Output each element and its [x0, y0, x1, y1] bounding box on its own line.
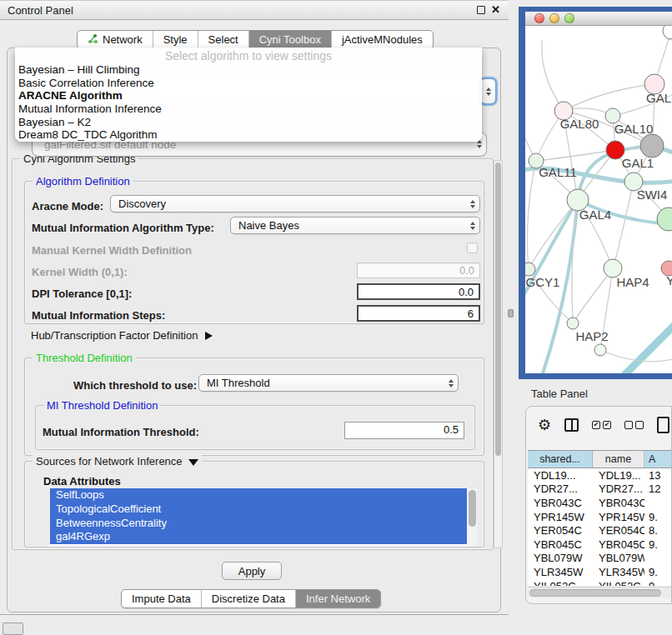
mi-steps-field[interactable]: 6 — [357, 305, 480, 322]
table-row[interactable]: YDL19...YDL19...13 — [528, 468, 672, 482]
column-header-clipped[interactable]: A — [644, 451, 672, 468]
network-node-label: GCY1 — [526, 275, 560, 289]
tab-label: jActiveMNodules — [342, 33, 423, 46]
table-row[interactable]: YBL079WYBL079W — [528, 552, 672, 566]
data-attribute-item[interactable]: TopologicalCoefficient — [50, 502, 467, 517]
split-columns-icon[interactable] — [564, 418, 579, 432]
table-cell: 9. — [644, 566, 672, 578]
table-row[interactable]: YBR043CYBR043C — [528, 496, 672, 510]
network-node-label: GAL10 — [614, 122, 654, 136]
close-traffic-light-icon[interactable] — [534, 13, 544, 23]
aracne-mode-combo[interactable]: Discovery — [110, 195, 480, 212]
table-cell: 13 — [644, 469, 672, 482]
table-cell: YDL19... — [528, 469, 593, 482]
tab-infer-network[interactable]: Infer Network — [295, 590, 380, 608]
table-scrollbar-thumb[interactable] — [529, 589, 661, 597]
column-header-name[interactable]: name — [593, 451, 644, 468]
tab-label: Style — [163, 33, 188, 46]
collapse-down-icon[interactable] — [188, 459, 198, 466]
table-cell: YLR345W — [593, 566, 644, 578]
table-row[interactable]: YPR145WYPR145W9. — [528, 510, 672, 524]
data-attributes-list: SelfLoopsTopologicalCoefficientBetweenne… — [50, 488, 477, 547]
algorithm-option[interactable]: Dream8 DC_TDC Algorithm — [15, 128, 482, 142]
zoom-traffic-light-icon[interactable] — [564, 13, 574, 23]
float-window-icon[interactable] — [477, 6, 485, 14]
algorithm-option[interactable]: Mutual Information Inference — [15, 102, 482, 116]
table-row[interactable]: YLR345WYLR345W9. — [528, 565, 672, 579]
expand-right-icon — [205, 332, 213, 340]
mi-algorithm-type-combo[interactable]: Naive Bayes — [230, 217, 480, 234]
table-horizontal-scrollbar[interactable] — [528, 587, 671, 598]
tab-cyni-toolbox[interactable]: Cyni Toolbox — [248, 31, 331, 48]
mi-threshold-field[interactable]: 0.5 — [344, 422, 464, 439]
network-node[interactable] — [640, 134, 664, 158]
which-threshold-combo[interactable]: MI Threshold — [198, 374, 459, 392]
algorithm-option[interactable]: Bayesian – K2 — [15, 116, 482, 129]
threshold-definition-title: Threshold Definition — [33, 352, 136, 364]
attributes-scrollbar[interactable] — [467, 488, 477, 547]
network-canvas[interactable]: GALGAL80GAL10GAL1GAL11SWI4GAL4GCY1HAP4YH… — [525, 26, 672, 373]
apply-button[interactable]: Apply — [222, 562, 282, 580]
table-cell: 9. — [644, 538, 672, 551]
kernel-width-field[interactable]: 0.0 — [357, 262, 480, 278]
algorithm-option[interactable]: Bayesian – Hill Climbing — [15, 63, 482, 77]
table-row[interactable]: YIL052CYIL052C9. — [528, 579, 672, 586]
tab-network[interactable]: Network — [78, 31, 153, 48]
mi-threshold-label: Mutual Information Threshold: — [43, 426, 199, 438]
select-all-checkboxes-icon[interactable]: ✔✔ — [592, 421, 611, 429]
network-view-window: GALGAL80GAL10GAL1GAL11SWI4GAL4GCY1HAP4YH… — [519, 7, 672, 379]
tab-select[interactable]: Select — [198, 31, 248, 48]
column-header-shared-name[interactable]: shared... — [528, 451, 593, 468]
table-header-row: shared... name A — [528, 450, 672, 468]
network-node[interactable] — [594, 344, 606, 356]
data-attribute-item[interactable]: BetweennessCentrality — [50, 517, 467, 531]
table-cell: 9. — [644, 580, 672, 586]
tab-jactivemnodules[interactable]: jActiveMNodules — [331, 31, 433, 48]
network-window-titlebar[interactable] — [525, 12, 672, 26]
settings-gear-icon[interactable]: ⚙ — [538, 418, 551, 432]
document-icon[interactable] — [657, 417, 669, 433]
tab-label: Discretize Data — [212, 592, 285, 605]
network-node[interactable] — [663, 26, 672, 39]
tab-impute-data[interactable]: Impute Data — [122, 590, 201, 608]
combo-stepper-icon[interactable] — [444, 375, 458, 391]
network-node-label: HAP2 — [575, 329, 608, 343]
close-icon[interactable]: ✕ — [491, 6, 500, 14]
panel-splitter-grip[interactable] — [508, 309, 514, 318]
dpi-tolerance-field[interactable]: 0.0 — [357, 283, 480, 300]
mi-threshold-definition-group: MI Threshold Definition Mutual Informati… — [35, 405, 475, 450]
data-attribute-item[interactable]: SelfLoops — [50, 488, 467, 502]
algorithm-option[interactable]: Basic Correlation Inference — [15, 77, 482, 90]
algorithm-option[interactable]: ARACNE Algorithm — [15, 89, 482, 102]
sources-group-title: Sources for Network Inference — [33, 455, 202, 468]
table-cell: YIL052C — [593, 580, 644, 586]
network-node-label: GAL11 — [539, 165, 577, 179]
network-node-gcy1[interactable] — [525, 262, 535, 276]
deselect-checkboxes-icon[interactable] — [624, 421, 644, 429]
control-panel-tabbar: Network Style Select Cyni Toolbox jActiv… — [77, 30, 434, 49]
tab-discretize-data[interactable]: Discretize Data — [201, 590, 295, 608]
network-edge — [527, 161, 536, 269]
table-row[interactable]: YBR045CYBR045C9. — [528, 538, 672, 552]
settings-scrollbar-thumb[interactable] — [495, 162, 501, 456]
hub-definition-toggle[interactable]: Hub/Transcription Factor Definition — [31, 329, 213, 342]
collapsed-panel-button[interactable] — [3, 622, 23, 635]
table-cell: YER054C — [528, 524, 593, 537]
combo-stepper-icon[interactable] — [465, 218, 479, 233]
cyni-algorithm-settings-group: Cyni Algorithm Settings Algorithm Defini… — [12, 158, 494, 550]
table-row[interactable]: YDR27...YDR27...12 — [528, 482, 672, 497]
minimize-traffic-light-icon[interactable] — [549, 13, 559, 23]
combo-stepper-icon[interactable] — [465, 196, 479, 212]
tab-style[interactable]: Style — [153, 31, 198, 48]
sources-group: Sources for Network Inference Data Attri… — [24, 461, 484, 548]
combo-stepper-icon[interactable] — [481, 79, 495, 103]
manual-kernel-width-checkbox[interactable] — [467, 242, 478, 253]
table-row[interactable]: YER054CYER054C8. — [528, 523, 672, 538]
table-cell: YBL079W — [593, 552, 644, 564]
attributes-scrollbar-thumb[interactable] — [469, 490, 476, 527]
settings-scrollbar[interactable] — [494, 160, 503, 548]
network-node-hap2[interactable] — [567, 318, 579, 329]
data-attribute-item[interactable]: gal4RGexp — [50, 530, 467, 544]
network-edge — [613, 182, 634, 268]
network-node[interactable] — [657, 208, 672, 231]
